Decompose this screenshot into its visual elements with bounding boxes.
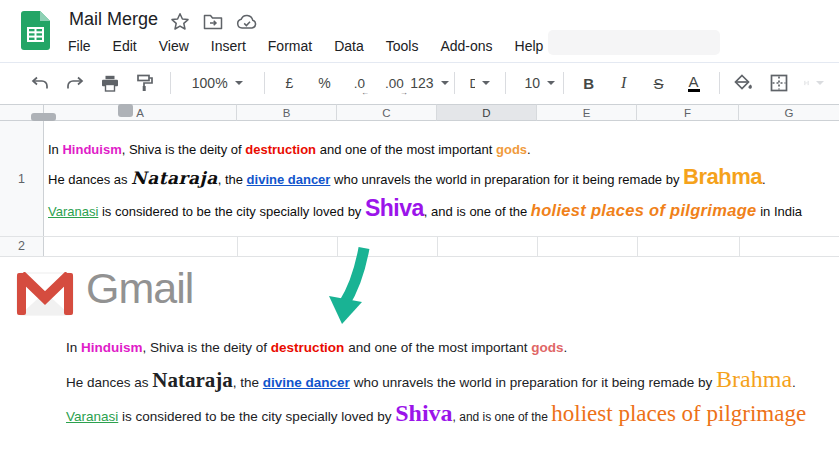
varanasi-link[interactable]: Varanasi xyxy=(66,409,118,424)
menu-item-file[interactable]: File xyxy=(68,38,91,54)
text-segment: Shiva xyxy=(395,400,452,426)
text-segment: , the xyxy=(233,375,263,390)
redo-button[interactable] xyxy=(65,70,85,96)
sheet-cell-line-3[interactable]: Varanasi is considered to be the city sp… xyxy=(48,192,802,228)
varanasi-link[interactable]: Varanasi xyxy=(48,204,98,219)
menu-item-tools[interactable]: Tools xyxy=(386,38,419,54)
column-header-e[interactable]: E xyxy=(537,104,637,121)
print-button[interactable] xyxy=(100,70,120,96)
merge-cells-button[interactable] xyxy=(804,70,824,96)
divine-dancer-link[interactable]: divine dancer xyxy=(263,375,350,390)
borders-button[interactable] xyxy=(769,70,789,96)
text-segment: , Shiva is the deity of xyxy=(143,340,271,355)
menu-item-format[interactable]: Format xyxy=(268,38,312,54)
text-segment: , and is one of the xyxy=(424,204,531,219)
undo-button[interactable] xyxy=(30,70,50,96)
more-formats-label: 123 xyxy=(410,75,433,91)
arrow-icon xyxy=(322,244,374,328)
column-header-d[interactable]: D xyxy=(437,104,537,121)
column-header-c[interactable]: C xyxy=(337,104,437,121)
font-family-select[interactable]: Default (Ari… xyxy=(470,70,491,96)
sheet-cell-line-2[interactable]: He dances as Nataraja, the divine dancer… xyxy=(48,161,766,196)
fill-color-icon xyxy=(734,74,753,92)
screen-artifact xyxy=(31,113,56,121)
text-segment: . xyxy=(792,375,796,390)
text-segment: Hinduism xyxy=(81,340,143,355)
gridline xyxy=(637,236,638,256)
menu-item-view[interactable]: View xyxy=(159,38,189,54)
menu-item-help[interactable]: Help xyxy=(515,38,544,54)
chevron-down-icon xyxy=(235,81,243,85)
italic-icon: I xyxy=(621,74,626,92)
column-header-f[interactable]: F xyxy=(637,104,739,121)
text-color-button[interactable]: A xyxy=(684,70,704,96)
zoom-value: 100% xyxy=(192,75,228,91)
move-folder-icon[interactable] xyxy=(203,14,223,30)
menu-item-data[interactable]: Data xyxy=(334,38,364,54)
text-segment: Hinduism xyxy=(62,142,121,157)
increase-decimal-icon: .00 → xyxy=(385,76,404,91)
menu-item-insert[interactable]: Insert xyxy=(211,38,246,54)
gridline xyxy=(237,236,238,256)
text-segment: holiest places of pilgrimage xyxy=(531,201,757,219)
text-segment: In xyxy=(66,340,81,355)
gmail-logo-text: Gmail xyxy=(86,264,193,313)
text-segment: Shiva xyxy=(365,195,424,221)
text-segment: Brahma xyxy=(683,164,762,189)
paint-format-button[interactable] xyxy=(135,70,155,96)
document-title[interactable]: Mail Merge xyxy=(69,9,158,30)
print-icon xyxy=(101,75,119,92)
italic-button[interactable]: I xyxy=(614,70,634,96)
sheet-cell-line-1[interactable]: In Hinduism, Shiva is the deity of destr… xyxy=(48,139,531,161)
strikethrough-button[interactable]: S xyxy=(649,70,669,96)
text-segment: , Shiva is the deity of xyxy=(122,142,246,157)
text-segment: and one of the most important xyxy=(316,142,496,157)
row-header-2[interactable]: 2 xyxy=(0,236,44,256)
app: Mail Merge File Edit View Insert Format … xyxy=(0,0,839,458)
bold-icon: B xyxy=(583,75,594,92)
column-header-g[interactable]: G xyxy=(739,104,839,121)
sheets-logo-icon[interactable] xyxy=(21,11,50,50)
zoom-select[interactable]: 100% xyxy=(185,70,249,96)
menu-item-addons[interactable]: Add-ons xyxy=(440,38,492,54)
more-formats-button[interactable]: 123 xyxy=(419,70,439,96)
screen-artifact xyxy=(118,104,133,117)
font-size-select[interactable]: 10 xyxy=(520,70,548,96)
text-segment: and one of the most important xyxy=(344,340,531,355)
gmail-logo-icon xyxy=(16,272,74,316)
format-currency-button[interactable]: £ xyxy=(279,70,299,96)
bold-button[interactable]: B xyxy=(579,70,599,96)
currency-icon: £ xyxy=(286,75,294,91)
column-header-b[interactable]: B xyxy=(237,104,337,121)
text-segment: destruction xyxy=(271,340,345,355)
text-segment: gods xyxy=(496,142,527,157)
paint-roller-icon xyxy=(136,74,154,92)
text-segment: is considered to be the city specially l… xyxy=(98,204,365,219)
text-segment: who unravels the world in preparation fo… xyxy=(350,375,716,390)
text-segment: , and is one of the xyxy=(453,410,552,424)
undo-icon xyxy=(30,75,50,91)
redo-icon xyxy=(65,75,85,91)
format-percent-button[interactable]: % xyxy=(314,70,334,96)
text-segment: He dances as xyxy=(48,172,131,187)
column-header-a[interactable]: A xyxy=(44,104,237,121)
text-segment: Nataraja xyxy=(152,368,232,392)
text-segment: , the xyxy=(218,172,247,187)
row-header-1[interactable]: 1 xyxy=(0,121,44,236)
menu-item-edit[interactable]: Edit xyxy=(113,38,137,54)
decrease-decimal-button[interactable]: .0 ← xyxy=(349,70,369,96)
gridline xyxy=(0,256,839,257)
gridline xyxy=(437,236,438,256)
cloud-status-icon[interactable] xyxy=(236,14,258,30)
increase-decimal-button[interactable]: .00 → xyxy=(384,70,404,96)
star-icon[interactable] xyxy=(170,12,190,32)
chevron-down-icon xyxy=(547,81,555,85)
font-family-value: Default (Ari… xyxy=(470,76,476,91)
divine-dancer-link[interactable]: divine dancer xyxy=(247,172,331,187)
text-segment: destruction xyxy=(245,142,316,157)
chevron-down-icon xyxy=(816,81,824,85)
decrease-decimal-icon: .0 ← xyxy=(354,76,365,91)
borders-icon xyxy=(770,74,788,92)
fill-color-button[interactable] xyxy=(734,70,754,96)
menubar: File Edit View Insert Format Data Tools … xyxy=(68,38,543,54)
